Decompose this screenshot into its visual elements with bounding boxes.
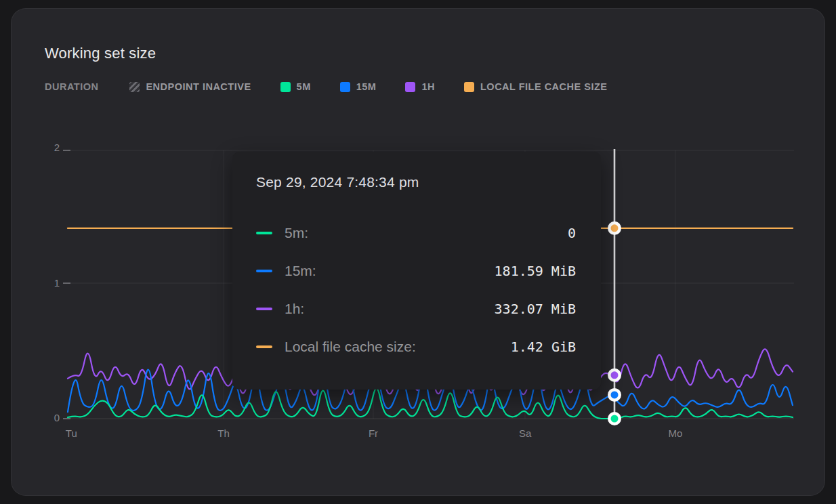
tooltip-row-label: 5m: bbox=[285, 225, 568, 241]
blue-dash-icon bbox=[256, 270, 272, 272]
tooltip-row-local-file-cache-size: Local file cache size: 1.42 GiB bbox=[256, 337, 576, 356]
chart-tooltip: Sep 29, 2024 7:48:34 pm 5m: 0 15m: 181.5… bbox=[232, 152, 601, 390]
tooltip-row-label: 15m: bbox=[285, 263, 495, 279]
tooltip-row-value: 332.07 MiB bbox=[495, 301, 576, 317]
tooltip-row-value: 181.59 MiB bbox=[495, 263, 576, 279]
orange-dash-icon bbox=[256, 345, 272, 348]
purple-dash-icon bbox=[256, 308, 272, 310]
tooltip-row-1h: 1h: 332.07 MiB bbox=[256, 299, 576, 318]
metrics-page: Working set size DURATION ENDPOINT INACT… bbox=[0, 0, 836, 504]
tooltip-row-label: Local file cache size: bbox=[285, 339, 511, 355]
green-dash-icon bbox=[256, 232, 272, 234]
tooltip-row-15m: 15m: 181.59 MiB bbox=[256, 261, 576, 280]
tooltip-row-value: 0 bbox=[568, 225, 576, 241]
axis-ticks bbox=[63, 150, 70, 419]
tooltip-row-5m: 5m: 0 bbox=[256, 224, 576, 243]
tooltip-row-label: 1h: bbox=[285, 301, 495, 317]
tooltip-row-value: 1.42 GiB bbox=[511, 339, 576, 355]
tooltip-timestamp: Sep 29, 2024 7:48:34 pm bbox=[256, 174, 419, 190]
